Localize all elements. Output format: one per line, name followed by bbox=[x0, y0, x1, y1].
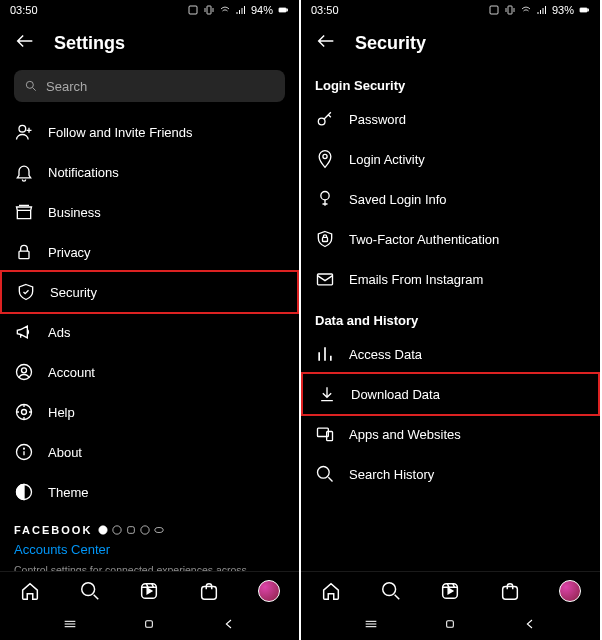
download-icon bbox=[317, 384, 337, 404]
svg-point-21 bbox=[141, 526, 149, 534]
item-two-factor[interactable]: Two-Factor Authentication bbox=[301, 219, 600, 259]
item-theme[interactable]: Theme bbox=[0, 472, 299, 512]
item-apps-websites[interactable]: Apps and Websites bbox=[301, 414, 600, 454]
info-icon bbox=[14, 442, 34, 462]
system-nav bbox=[0, 610, 299, 640]
wifi-icon bbox=[219, 4, 231, 16]
profile-icon[interactable] bbox=[258, 580, 280, 602]
back-button[interactable] bbox=[522, 616, 538, 632]
svg-point-13 bbox=[22, 410, 27, 415]
shop-icon[interactable] bbox=[499, 580, 521, 602]
item-label: Help bbox=[48, 405, 75, 420]
account-icon bbox=[14, 362, 34, 382]
bell-icon bbox=[14, 162, 34, 182]
item-label: Emails From Instagram bbox=[349, 272, 483, 287]
svg-point-8 bbox=[19, 125, 26, 132]
home-button[interactable] bbox=[442, 616, 458, 632]
svg-rect-4 bbox=[279, 8, 286, 12]
item-label: Security bbox=[50, 285, 97, 300]
item-login-activity[interactable]: Login Activity bbox=[301, 139, 600, 179]
item-label: Download Data bbox=[351, 387, 440, 402]
search-input[interactable]: Search bbox=[14, 70, 285, 102]
item-access-data[interactable]: Access Data bbox=[301, 334, 600, 374]
bars-icon bbox=[315, 344, 335, 364]
home-button[interactable] bbox=[141, 616, 157, 632]
item-label: Follow and Invite Friends bbox=[48, 125, 193, 140]
item-privacy[interactable]: Privacy bbox=[0, 232, 299, 272]
back-button[interactable] bbox=[221, 616, 237, 632]
item-security[interactable]: Security bbox=[0, 270, 299, 314]
item-label: Theme bbox=[48, 485, 88, 500]
search-nav-icon[interactable] bbox=[79, 580, 101, 602]
item-label: Apps and Websites bbox=[349, 427, 461, 442]
reels-icon[interactable] bbox=[439, 580, 461, 602]
svg-point-6 bbox=[26, 81, 33, 88]
home-icon[interactable] bbox=[19, 580, 41, 602]
section-login-security: Login Security bbox=[301, 64, 600, 99]
item-follow-invite[interactable]: Follow and Invite Friends bbox=[0, 112, 299, 152]
shop-icon[interactable] bbox=[198, 580, 220, 602]
svg-rect-40 bbox=[323, 237, 328, 241]
search-icon bbox=[24, 79, 38, 93]
svg-rect-35 bbox=[580, 8, 587, 12]
svg-point-39 bbox=[321, 192, 329, 200]
mail-icon bbox=[315, 269, 335, 289]
item-notifications[interactable]: Notifications bbox=[0, 152, 299, 192]
theme-icon bbox=[14, 482, 34, 502]
person-plus-icon bbox=[14, 122, 34, 142]
wifi-icon bbox=[520, 4, 532, 16]
devices-icon bbox=[315, 424, 335, 444]
item-account[interactable]: Account bbox=[0, 352, 299, 392]
svg-rect-20 bbox=[128, 527, 135, 534]
storefront-icon bbox=[14, 202, 34, 222]
accounts-center-desc: Control settings for connected experienc… bbox=[0, 561, 299, 571]
back-icon[interactable] bbox=[315, 30, 337, 56]
accounts-center-link[interactable]: Accounts Center bbox=[0, 538, 299, 561]
svg-rect-53 bbox=[447, 621, 454, 628]
svg-point-19 bbox=[113, 526, 121, 534]
item-emails[interactable]: Emails From Instagram bbox=[301, 259, 600, 299]
svg-point-18 bbox=[99, 526, 107, 534]
search-nav-icon[interactable] bbox=[380, 580, 402, 602]
svg-rect-41 bbox=[318, 274, 333, 285]
oculus-icon bbox=[154, 525, 164, 535]
item-saved-login[interactable]: Saved Login Info bbox=[301, 179, 600, 219]
facebook-icons bbox=[98, 525, 164, 535]
item-about[interactable]: About bbox=[0, 432, 299, 472]
profile-icon[interactable] bbox=[559, 580, 581, 602]
screenshot-icon bbox=[187, 4, 199, 16]
bottom-nav bbox=[0, 571, 299, 610]
ig-icon bbox=[126, 525, 136, 535]
reels-icon[interactable] bbox=[138, 580, 160, 602]
avatar bbox=[559, 580, 581, 602]
facebook-row: FACEBOOK bbox=[0, 512, 299, 538]
item-search-history[interactable]: Search History bbox=[301, 454, 600, 494]
svg-rect-31 bbox=[490, 6, 498, 14]
recents-button[interactable] bbox=[62, 616, 78, 632]
item-label: Password bbox=[349, 112, 406, 127]
item-label: Search History bbox=[349, 467, 434, 482]
item-download-data[interactable]: Download Data bbox=[301, 372, 600, 416]
back-icon[interactable] bbox=[14, 30, 36, 56]
avatar bbox=[258, 580, 280, 602]
search-placeholder: Search bbox=[46, 79, 87, 94]
item-business[interactable]: Business bbox=[0, 192, 299, 232]
item-help[interactable]: Help bbox=[0, 392, 299, 432]
key-round-icon bbox=[315, 189, 335, 209]
status-time: 03:50 bbox=[311, 4, 339, 16]
megaphone-icon bbox=[14, 322, 34, 342]
item-password[interactable]: Password bbox=[301, 99, 600, 139]
page-title: Security bbox=[355, 33, 426, 54]
item-ads[interactable]: Ads bbox=[0, 312, 299, 352]
svg-rect-36 bbox=[588, 9, 589, 11]
location-icon bbox=[315, 149, 335, 169]
status-bar: 03:50 93% bbox=[301, 0, 600, 20]
recents-button[interactable] bbox=[363, 616, 379, 632]
settings-list: Follow and Invite Friends Notifications … bbox=[0, 112, 299, 571]
signal-icon bbox=[235, 4, 247, 16]
shield-lock-icon bbox=[315, 229, 335, 249]
item-label: Saved Login Info bbox=[349, 192, 447, 207]
svg-point-23 bbox=[81, 583, 94, 596]
home-icon[interactable] bbox=[320, 580, 342, 602]
svg-line-7 bbox=[33, 88, 36, 91]
